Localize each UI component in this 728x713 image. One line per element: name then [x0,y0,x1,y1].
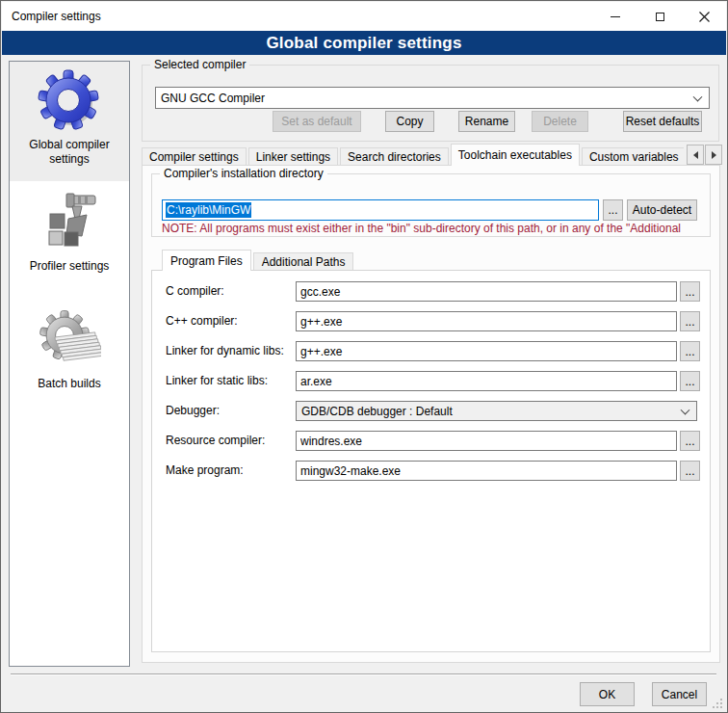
c-compiler-browse-button[interactable]: ... [680,281,700,302]
maximize-button[interactable] [637,2,682,31]
close-button[interactable] [682,2,726,31]
set-as-default-button[interactable]: Set as default [273,111,361,132]
linker-dynamic-label: Linker for dynamic libs: [166,344,284,357]
sidebar-item-profiler-settings[interactable]: Profiler settings [10,185,129,274]
linker-dynamic-input[interactable] [296,341,677,361]
compiler-settings-dialog: Compiler settings Global compiler settin… [0,0,728,713]
close-icon [699,12,710,22]
subtab-additional-paths[interactable]: Additional Paths [253,252,354,271]
tab-compiler-settings[interactable]: Compiler settings [142,147,247,166]
minimize-icon [611,16,620,17]
gear-blue-icon [38,69,101,133]
form-row: Debugger: GDB/CDB debugger : Default [152,401,710,421]
form-row: Linker for dynamic libs: ... [152,341,710,361]
form-row: Linker for static libs: ... [152,371,710,391]
installation-directory-browse-button[interactable]: ... [603,199,623,221]
resource-compiler-browse-button[interactable]: ... [680,431,700,451]
subtab-program-files[interactable]: Program Files [162,250,251,271]
linker-static-browse-button[interactable]: ... [680,371,700,391]
profiler-icon [39,193,100,254]
banner-title: Global compiler settings [266,34,461,53]
compiler-select-value: GNU GCC Compiler [161,92,265,105]
installation-directory-legend: Compiler's installation directory [160,167,327,180]
sidebar-item-label: Batch builds [10,377,129,391]
cancel-button[interactable]: Cancel [652,682,707,706]
arrow-left-icon [693,151,698,159]
cpp-compiler-input[interactable] [296,311,677,331]
form-row: Make program: ... [152,461,710,481]
selected-compiler-group: Selected compiler GNU GCC Compiler Set a… [142,65,719,142]
batch-builds-icon [38,308,101,372]
resize-grip[interactable] [713,698,723,708]
footer-divider-highlight [11,674,716,675]
make-program-input[interactable] [296,461,677,481]
debugger-select[interactable]: GDB/CDB debugger : Default [296,401,697,421]
debugger-select-value: GDB/CDB debugger : Default [301,405,453,418]
tab-scroll-right-button[interactable] [705,145,722,165]
compiler-select[interactable]: GNU GCC Compiler [155,87,710,109]
banner: Global compiler settings [2,31,726,55]
make-program-label: Make program: [166,463,244,477]
resource-compiler-input[interactable] [296,431,677,451]
tab-linker-settings[interactable]: Linker settings [248,147,338,166]
settings-category-list: Global compiler settings Profiler settin… [9,61,130,667]
linker-static-input[interactable] [296,371,677,391]
auto-detect-button[interactable]: Auto-detect [627,199,697,221]
installation-directory-input[interactable]: C:\raylib\MinGW [162,199,599,221]
cpp-compiler-browse-button[interactable]: ... [680,311,700,331]
program-files-tabstrip: Program Files Additional Paths [162,250,355,271]
ok-button[interactable]: OK [580,682,635,706]
toolchain-executables-page: Compiler's installation directory C:\ray… [142,165,720,663]
note-text: NOTE: All programs must exist either in … [162,222,701,235]
copy-button[interactable]: Copy [385,111,434,132]
c-compiler-input[interactable] [296,281,677,302]
titlebar: Compiler settings [2,2,726,31]
sidebar-item-label: Global compiler settings [10,138,129,167]
sidebar-item-global-compiler-settings[interactable]: Global compiler settings [10,62,129,181]
reset-defaults-button[interactable]: Reset defaults [623,111,702,132]
linker-dynamic-browse-button[interactable]: ... [680,341,700,361]
program-files-panel: C compiler: ... C++ compiler: ... Linker… [151,270,711,652]
c-compiler-label: C compiler: [166,284,224,298]
cpp-compiler-label: C++ compiler: [166,314,238,328]
minimize-button[interactable] [593,2,637,31]
form-row: C++ compiler: ... [152,311,710,331]
tab-toolchain-executables[interactable]: Toolchain executables [451,144,580,166]
settings-tabstrip: Compiler settings Linker settings Search… [142,144,684,166]
tab-scroll-left-button[interactable] [687,145,704,165]
arrow-right-icon [712,151,716,159]
selected-text: C:\raylib\MinGW [166,202,251,218]
selected-compiler-legend: Selected compiler [150,58,249,71]
tab-search-directories[interactable]: Search directories [340,147,449,166]
debugger-label: Debugger: [166,404,220,417]
chevron-down-icon [693,92,703,101]
tab-custom-variables[interactable]: Custom variables [582,147,684,166]
form-row: Resource compiler: ... [152,431,710,451]
linker-static-label: Linker for static libs: [166,374,268,387]
delete-button[interactable]: Delete [532,111,588,132]
window-title: Compiler settings [2,10,593,23]
rename-button[interactable]: Rename [458,111,515,132]
form-row: C compiler: ... [152,281,710,302]
make-program-browse-button[interactable]: ... [680,461,700,481]
sidebar-item-label: Profiler settings [10,259,129,274]
resource-compiler-label: Resource compiler: [166,434,265,447]
sidebar-item-batch-builds[interactable]: Batch builds [10,301,129,391]
maximize-icon [656,13,664,21]
chevron-down-icon [681,405,690,414]
